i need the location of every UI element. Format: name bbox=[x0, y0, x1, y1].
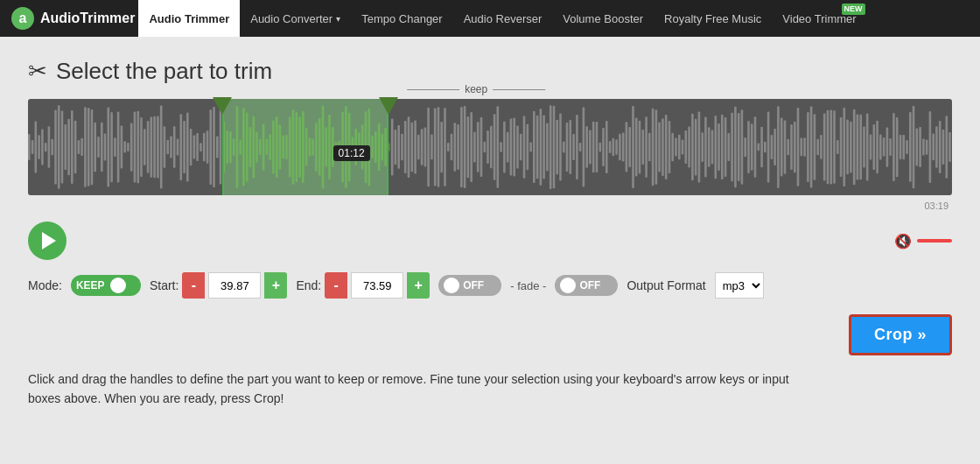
svg-rect-150 bbox=[516, 125, 519, 168]
start-plus-button[interactable]: + bbox=[264, 272, 287, 299]
end-label: End: bbox=[296, 278, 321, 292]
svg-rect-158 bbox=[542, 116, 545, 179]
waveform[interactable]: 01:12 03:19 bbox=[28, 99, 952, 195]
svg-rect-151 bbox=[520, 134, 522, 160]
svg-rect-160 bbox=[550, 105, 552, 189]
output-format-label: Output Format bbox=[626, 278, 705, 292]
title-row: ✂ Select the part to trim bbox=[28, 58, 952, 85]
crop-button[interactable]: Crop » bbox=[849, 314, 952, 355]
play-button[interactable] bbox=[28, 221, 66, 260]
svg-rect-257 bbox=[870, 135, 872, 160]
start-input[interactable] bbox=[208, 272, 261, 299]
svg-rect-215 bbox=[731, 113, 733, 182]
svg-rect-226 bbox=[767, 112, 770, 183]
svg-rect-164 bbox=[563, 142, 565, 153]
svg-rect-269 bbox=[909, 112, 912, 182]
svg-rect-200 bbox=[682, 140, 684, 155]
fade-toggle-1[interactable]: OFF bbox=[438, 275, 501, 296]
svg-rect-191 bbox=[652, 109, 654, 186]
svg-rect-212 bbox=[721, 115, 724, 179]
svg-rect-154 bbox=[529, 143, 532, 152]
svg-rect-262 bbox=[886, 127, 889, 166]
fade-toggle-2[interactable]: OFF bbox=[555, 275, 618, 296]
instruction-text: Click and drag the handles to define the… bbox=[28, 369, 816, 409]
svg-rect-45 bbox=[170, 137, 172, 158]
svg-rect-201 bbox=[685, 130, 688, 164]
mode-row: Mode: KEEP Start: - + End: - + OFF - fad… bbox=[28, 272, 952, 299]
svg-rect-149 bbox=[513, 118, 515, 177]
svg-rect-277 bbox=[935, 126, 938, 168]
nav-item-audio-trimmer[interactable]: Audio Trimmer bbox=[138, 0, 240, 37]
svg-rect-199 bbox=[678, 135, 681, 160]
svg-rect-57 bbox=[209, 109, 212, 185]
nav-item-volume-booster[interactable]: Volume Booster bbox=[552, 0, 654, 37]
svg-rect-207 bbox=[704, 117, 707, 178]
svg-rect-274 bbox=[926, 139, 928, 154]
svg-rect-152 bbox=[523, 116, 526, 179]
nav-item-tempo-changer[interactable]: Tempo Changer bbox=[351, 0, 453, 37]
svg-rect-2 bbox=[28, 134, 31, 160]
handle-right[interactable] bbox=[379, 97, 398, 115]
volume-bar[interactable] bbox=[917, 239, 952, 243]
fade-toggle-1-text: OFF bbox=[463, 279, 484, 292]
end-plus-button[interactable]: + bbox=[407, 272, 430, 299]
svg-rect-146 bbox=[503, 122, 506, 173]
svg-rect-178 bbox=[609, 141, 612, 153]
svg-rect-193 bbox=[658, 123, 661, 172]
svg-rect-143 bbox=[494, 114, 496, 179]
svg-rect-225 bbox=[764, 142, 766, 153]
svg-rect-148 bbox=[510, 119, 513, 176]
svg-rect-166 bbox=[570, 120, 572, 174]
svg-rect-41 bbox=[157, 116, 159, 178]
logo[interactable]: a AudioTrimmer bbox=[10, 6, 135, 31]
svg-rect-210 bbox=[715, 116, 718, 179]
svg-rect-47 bbox=[177, 138, 179, 155]
format-select[interactable]: mp3 wav ogg flac bbox=[715, 272, 764, 299]
svg-rect-209 bbox=[711, 130, 714, 164]
play-icon bbox=[42, 232, 56, 250]
nav-item-audio-converter[interactable]: Audio Converter ▾ bbox=[240, 0, 351, 37]
nav-item-audio-reverser[interactable]: Audio Reverser bbox=[453, 0, 553, 37]
svg-rect-260 bbox=[879, 134, 882, 159]
svg-rect-270 bbox=[913, 106, 915, 188]
svg-rect-120 bbox=[417, 135, 420, 159]
svg-rect-237 bbox=[803, 137, 806, 157]
svg-rect-114 bbox=[397, 125, 400, 169]
svg-rect-36 bbox=[140, 117, 143, 177]
svg-rect-163 bbox=[559, 114, 562, 181]
svg-rect-134 bbox=[464, 106, 466, 188]
svg-rect-236 bbox=[801, 138, 803, 157]
svg-rect-181 bbox=[619, 134, 621, 161]
nav-item-video-trimmer[interactable]: Video Trimmer NEW bbox=[772, 0, 866, 37]
svg-rect-27 bbox=[110, 112, 113, 182]
start-minus-button[interactable]: - bbox=[182, 272, 205, 299]
svg-text:a: a bbox=[19, 11, 27, 25]
svg-rect-182 bbox=[622, 133, 625, 162]
svg-rect-227 bbox=[771, 135, 774, 159]
svg-rect-167 bbox=[572, 134, 575, 160]
svg-rect-4 bbox=[35, 122, 38, 173]
handle-left[interactable] bbox=[213, 97, 232, 115]
mode-toggle[interactable]: KEEP bbox=[71, 275, 141, 296]
svg-rect-37 bbox=[144, 129, 146, 165]
svg-rect-58 bbox=[213, 107, 215, 187]
svg-rect-259 bbox=[876, 121, 878, 173]
svg-rect-157 bbox=[540, 109, 542, 186]
svg-rect-54 bbox=[200, 143, 202, 151]
svg-rect-49 bbox=[183, 121, 186, 173]
svg-rect-254 bbox=[859, 115, 862, 180]
svg-rect-276 bbox=[932, 134, 934, 161]
svg-rect-136 bbox=[470, 112, 472, 182]
end-time-label: 03:19 bbox=[924, 200, 948, 211]
svg-rect-127 bbox=[440, 122, 443, 172]
svg-rect-264 bbox=[892, 113, 895, 181]
svg-rect-9 bbox=[51, 139, 53, 155]
svg-rect-171 bbox=[585, 126, 588, 167]
svg-rect-184 bbox=[628, 127, 631, 167]
svg-rect-195 bbox=[665, 115, 668, 179]
end-minus-button[interactable]: - bbox=[325, 272, 347, 299]
svg-rect-38 bbox=[147, 121, 150, 173]
svg-rect-123 bbox=[427, 108, 430, 186]
end-input[interactable] bbox=[351, 272, 403, 299]
nav-item-royalty-free-music[interactable]: Royalty Free Music bbox=[654, 0, 772, 37]
